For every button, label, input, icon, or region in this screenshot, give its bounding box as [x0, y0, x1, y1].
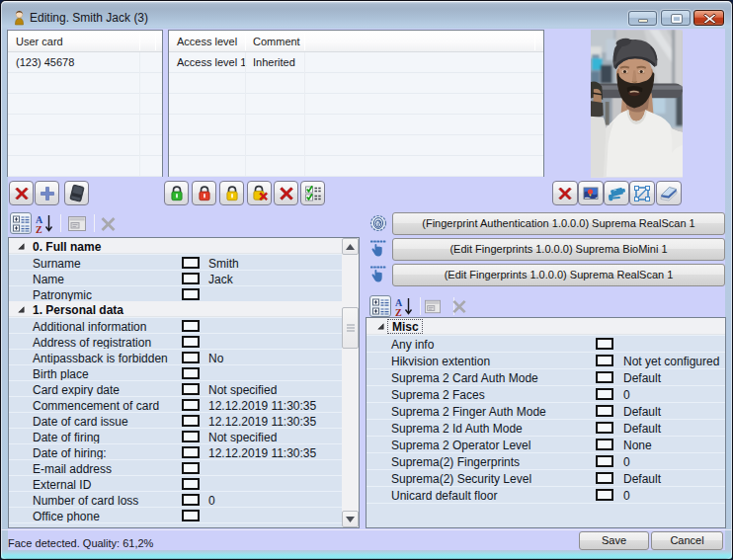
- svg-text:Z: Z: [395, 307, 402, 318]
- svg-text:Z: Z: [36, 224, 42, 235]
